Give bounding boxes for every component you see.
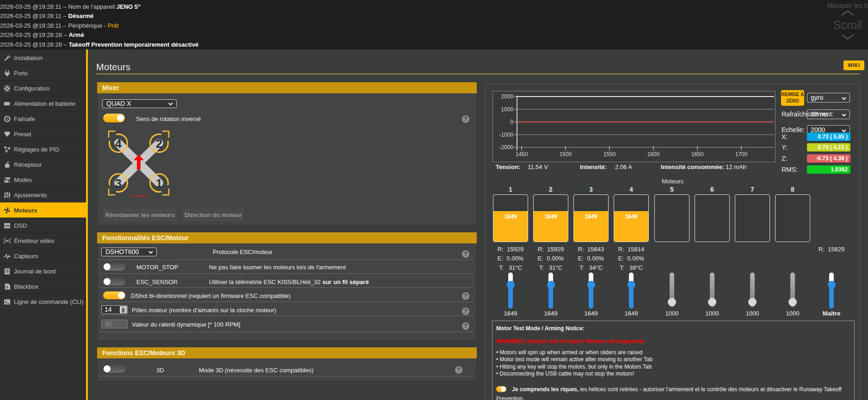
svg-text:1500: 1500 — [560, 151, 572, 158]
svg-text:Inversed: Inversed — [130, 194, 147, 198]
svg-text:1: 1 — [156, 177, 162, 190]
svg-text:3: 3 — [115, 177, 122, 190]
svg-text:-1000: -1000 — [499, 132, 513, 138]
svg-text:1650: 1650 — [691, 151, 704, 158]
svg-text:1550: 1550 — [603, 151, 616, 158]
svg-text:1450: 1450 — [516, 151, 528, 158]
svg-text:0: 0 — [510, 119, 513, 125]
svg-text:-2000: -2000 — [499, 144, 513, 151]
svg-text:4: 4 — [115, 137, 122, 150]
svg-text:2000: 2000 — [501, 93, 513, 100]
svg-text:1600: 1600 — [647, 151, 660, 158]
svg-text:OSD: OSD — [4, 224, 10, 227]
svg-text:2: 2 — [156, 137, 162, 150]
svg-text:1000: 1000 — [501, 106, 513, 113]
svg-text:1700: 1700 — [735, 151, 748, 158]
